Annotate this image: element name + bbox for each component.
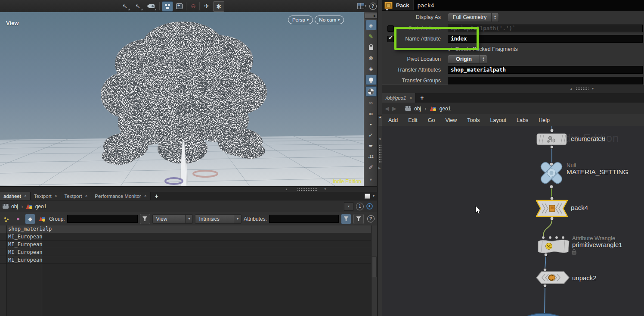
menu-labs[interactable]: Labs <box>517 117 528 123</box>
display-options-button[interactable]: ✱ <box>213 1 224 12</box>
spreadsheet-help-button[interactable]: ? <box>366 214 375 224</box>
breadcrumb-current[interactable]: geo1 <box>440 106 451 112</box>
toolbar-overflow-button[interactable]: ▼ <box>366 175 376 185</box>
splitter-collapse-down[interactable]: ▼ <box>324 188 327 191</box>
group-input[interactable] <box>67 215 138 223</box>
disable-lighting-button[interactable]: ⊗ <box>366 53 376 63</box>
pack-node-icon[interactable] <box>384 2 393 9</box>
menu-go[interactable]: Go <box>428 117 435 123</box>
network-tab[interactable]: /obj/geo1 × <box>382 93 416 103</box>
menu-collapse-handle[interactable]: ▲ <box>378 115 382 126</box>
stereo-object-button[interactable]: ∞ <box>366 109 376 118</box>
node-label-enumerate6[interactable]: enumerate6 <box>571 135 605 142</box>
intrinsics-dropdown[interactable]: Intrinsics ▾ <box>195 214 241 224</box>
pane-layout-menu-button[interactable]: ▾ <box>363 1 368 11</box>
table-scrollbar[interactable] <box>371 225 377 316</box>
splitter-grip[interactable] <box>297 188 317 191</box>
box-zoom-button[interactable] <box>174 1 184 11</box>
group-filter-button[interactable] <box>140 214 150 224</box>
pane-menu-caret-icon[interactable]: ▾ <box>373 194 375 198</box>
create-packed-fragments-checkbox[interactable]: ✔ Create Packed Fragments <box>448 46 518 53</box>
path-attribute-field[interactable]: op:`opfullpath('.')` <box>448 25 643 32</box>
points-mode-button[interactable] <box>2 214 11 224</box>
show-points-button[interactable]: ● <box>366 119 376 129</box>
menu-help[interactable]: Help <box>539 117 550 123</box>
transfer-attributes-field[interactable]: shop_materialpath <box>448 66 643 74</box>
select-visible-button[interactable]: ✎ <box>366 31 376 41</box>
pane-divider[interactable]: ▴ ▾ <box>382 84 644 94</box>
close-icon[interactable]: × <box>85 194 87 198</box>
select-tool-button[interactable]: ↖ <box>133 1 143 11</box>
menu-edit[interactable]: Edit <box>408 117 418 123</box>
vertices-mode-button[interactable] <box>13 214 23 224</box>
breadcrumb-parent[interactable]: obj <box>414 106 421 112</box>
perspective-menu[interactable]: Persp ▾ <box>288 16 313 24</box>
render-view-button[interactable]: ✈ <box>201 1 212 11</box>
camera-select-menu[interactable]: No cam ▾ <box>315 16 344 24</box>
close-icon[interactable]: × <box>24 194 27 198</box>
breadcrumb-parent[interactable]: obj <box>11 203 18 210</box>
no-selection-button[interactable]: ⊖ <box>188 1 198 11</box>
maximize-pane-icon[interactable] <box>365 194 370 199</box>
toolbar-scroll-handle[interactable]: ▶ <box>365 13 378 19</box>
scrollbar-thumb[interactable] <box>372 257 377 277</box>
detail-mode-button[interactable] <box>37 214 47 224</box>
attributes-input[interactable] <box>269 215 339 223</box>
back-button[interactable]: ◀ <box>385 105 389 112</box>
display-as-dropdown[interactable]: Full Geometry ▴▾ <box>448 13 499 22</box>
name-attribute-checkbox[interactable]: ✔ <box>387 36 394 42</box>
spreadsheet-table[interactable]: shop_materialp MI_European MI_European M… <box>0 225 377 316</box>
table-row[interactable]: MI_European <box>0 233 372 241</box>
stereo-view-button[interactable]: ∞ <box>366 98 376 107</box>
divider-grip[interactable] <box>576 87 588 90</box>
attributes-filter-button[interactable] <box>341 214 351 224</box>
node-label-unpack2[interactable]: unpack2 <box>572 274 597 282</box>
path-attribute-checkbox[interactable] <box>387 25 394 32</box>
pivot-location-dropdown[interactable]: Origin ▴▾ <box>448 55 487 64</box>
divider-down-icon[interactable]: ▾ <box>592 87 594 91</box>
splitter-collapse-up[interactable]: ▲ <box>285 188 288 191</box>
path-dropdown-button[interactable]: ▾ <box>344 202 353 211</box>
filter-options-button[interactable] <box>353 214 364 224</box>
point-markers-button[interactable]: ✓ <box>366 130 376 140</box>
breadcrumb-current[interactable]: geo1 <box>35 203 47 210</box>
network-graph-canvas[interactable]: Indie Edition <box>382 126 644 316</box>
menu-layout[interactable]: Layout <box>490 117 507 123</box>
spinner-icon[interactable]: ▴▾ <box>480 55 487 63</box>
close-icon[interactable]: × <box>55 194 57 198</box>
link-group-badge[interactable]: 1 <box>356 203 364 210</box>
smooth-shaded-button[interactable] <box>365 86 377 97</box>
table-row[interactable]: MI_European <box>0 241 372 248</box>
divider-up-icon[interactable]: ▴ <box>570 87 572 91</box>
follow-link-icon[interactable] <box>366 203 373 210</box>
normal-lighting-button[interactable] <box>365 75 377 85</box>
name-attribute-field[interactable]: index <box>448 35 643 43</box>
new-tab-button[interactable]: + <box>151 192 163 200</box>
table-row[interactable]: MI_European <box>0 248 372 256</box>
splitter-collapse-right[interactable]: ▶ <box>378 166 381 170</box>
menu-tools[interactable]: Tools <box>467 117 480 123</box>
scene-viewport[interactable]: View Persp ▾ No cam ▾ Indie Edition <box>0 12 364 186</box>
splitter-grip[interactable] <box>378 145 381 163</box>
select-objects-mode-button[interactable] <box>162 1 173 12</box>
view-dropdown[interactable]: View ▾ <box>152 214 193 224</box>
tab-textport-2[interactable]: Textport × <box>61 192 92 200</box>
help-button[interactable]: ? <box>368 1 378 11</box>
node-name-field[interactable]: pack4 <box>413 0 644 10</box>
lock-camera-button[interactable] <box>366 42 376 52</box>
tab-performance-monitor[interactable]: Performance Monitor × <box>91 192 150 200</box>
menu-add[interactable]: Add <box>388 117 398 123</box>
new-network-tab-button[interactable]: + <box>416 93 428 103</box>
spinner-icon[interactable]: ▴▾ <box>491 13 498 22</box>
point-numbers-button[interactable]: .12 <box>366 152 376 161</box>
transfer-groups-field[interactable] <box>448 77 643 84</box>
forward-button[interactable]: ▶ <box>392 105 396 112</box>
show-display-options-button[interactable]: ◈ <box>365 20 377 30</box>
close-icon[interactable]: × <box>409 96 412 100</box>
view-tool-button[interactable]: ↖ <box>120 1 130 11</box>
splitter-collapse-left[interactable]: ◀ <box>378 137 381 141</box>
point-trails-button[interactable]: ✒ <box>366 141 376 150</box>
column-header[interactable]: shop_materialp <box>0 225 372 233</box>
close-icon[interactable]: × <box>144 194 147 198</box>
menu-view[interactable]: View <box>445 117 457 123</box>
